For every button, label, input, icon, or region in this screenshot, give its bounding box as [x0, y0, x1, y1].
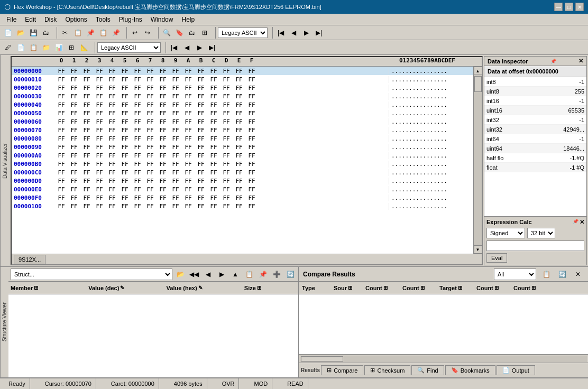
- byte-11-13[interactable]: FF: [220, 161, 233, 168]
- byte-4-6[interactable]: FF: [131, 101, 144, 108]
- byte-14-12[interactable]: FF: [207, 186, 220, 193]
- byte-1-5[interactable]: FF: [118, 76, 131, 83]
- byte-4-10[interactable]: FF: [182, 101, 195, 108]
- byte-10-12[interactable]: FF: [207, 152, 220, 159]
- byte-0-9[interactable]: FF: [169, 68, 182, 75]
- byte-5-13[interactable]: FF: [220, 110, 233, 117]
- byte-10-11[interactable]: FF: [195, 152, 207, 159]
- struct-nav2-button[interactable]: ◀: [202, 268, 214, 280]
- compare-hscroll[interactable]: [299, 354, 588, 363]
- byte-13-12[interactable]: FF: [207, 178, 220, 184]
- expr-close-icon[interactable]: ✕: [580, 219, 584, 226]
- byte-2-0[interactable]: FF: [55, 85, 68, 91]
- byte-12-8[interactable]: FF: [157, 169, 169, 176]
- byte-1-4[interactable]: FF: [106, 76, 118, 83]
- byte-8-2[interactable]: FF: [80, 135, 93, 142]
- byte-14-11[interactable]: FF: [195, 186, 207, 193]
- byte-1-10[interactable]: FF: [182, 76, 195, 83]
- bookmark2-button[interactable]: 🗂: [186, 27, 198, 39]
- byte-3-13[interactable]: FF: [220, 93, 233, 100]
- fmtnav1-button[interactable]: |◀: [168, 42, 180, 53]
- byte-13-11[interactable]: FF: [195, 178, 207, 184]
- byte-11-10[interactable]: FF: [182, 161, 195, 168]
- byte-15-7[interactable]: FF: [144, 195, 157, 201]
- byte-16-1[interactable]: FF: [68, 203, 80, 210]
- nav1-button[interactable]: |◀: [275, 27, 287, 39]
- byte-3-12[interactable]: FF: [207, 93, 220, 100]
- compare-close-button[interactable]: ✕: [572, 268, 584, 280]
- member-icon[interactable]: ⊞: [34, 285, 38, 291]
- paste3-button[interactable]: 📌: [110, 27, 122, 39]
- hscroll-thumb[interactable]: [301, 356, 343, 362]
- byte-5-7[interactable]: FF: [144, 110, 157, 117]
- paste2-button[interactable]: 📋: [97, 27, 109, 39]
- byte-15-15[interactable]: FF: [245, 195, 258, 201]
- byte-9-8[interactable]: FF: [157, 144, 169, 151]
- struct-nav3-button[interactable]: ▶: [216, 268, 227, 280]
- byte-4-1[interactable]: FF: [68, 101, 80, 108]
- byte-12-3[interactable]: FF: [93, 169, 106, 176]
- row-addr-11[interactable]: 000000B0: [12, 161, 55, 168]
- menu-edit[interactable]: Edit: [21, 15, 40, 24]
- byte-11-7[interactable]: FF: [144, 161, 157, 168]
- byte-3-15[interactable]: FF: [245, 93, 258, 100]
- fmtnav4-button[interactable]: ▶|: [206, 42, 218, 53]
- byte-9-13[interactable]: FF: [220, 144, 233, 151]
- byte-1-15[interactable]: FF: [245, 76, 258, 83]
- byte-3-10[interactable]: FF: [182, 93, 195, 100]
- row-addr-8[interactable]: 00000080: [12, 135, 55, 142]
- byte-4-3[interactable]: FF: [93, 101, 106, 108]
- byte-3-2[interactable]: FF: [80, 93, 93, 100]
- bit-select[interactable]: 8 bit 16 bit 32 bit 64 bit: [527, 228, 555, 238]
- byte-5-11[interactable]: FF: [195, 110, 207, 117]
- byte-16-2[interactable]: FF: [80, 203, 93, 210]
- byte-14-13[interactable]: FF: [220, 186, 233, 193]
- byte-15-5[interactable]: FF: [118, 195, 131, 201]
- byte-9-10[interactable]: FF: [182, 144, 195, 151]
- byte-6-2[interactable]: FF: [80, 118, 93, 125]
- scroll-up-button[interactable]: ▲: [474, 67, 482, 75]
- count4-icon[interactable]: ⊞: [531, 285, 536, 291]
- byte-12-15[interactable]: FF: [245, 169, 258, 176]
- byte-14-8[interactable]: FF: [157, 186, 169, 193]
- byte-0-13[interactable]: FF: [220, 68, 233, 75]
- byte-10-1[interactable]: FF: [68, 152, 80, 159]
- byte-0-7[interactable]: FF: [144, 68, 157, 75]
- byte-3-3[interactable]: FF: [93, 93, 106, 100]
- menu-window[interactable]: Window: [146, 15, 178, 24]
- byte-4-15[interactable]: FF: [245, 101, 258, 108]
- byte-13-2[interactable]: FF: [80, 178, 93, 184]
- byte-9-0[interactable]: FF: [55, 144, 68, 151]
- byte-10-5[interactable]: FF: [118, 152, 131, 159]
- close-button[interactable]: ✕: [575, 3, 584, 11]
- byte-0-8[interactable]: FF: [157, 68, 169, 75]
- struct-copy-button[interactable]: 📋: [243, 268, 255, 280]
- menu-help[interactable]: Help: [177, 15, 199, 24]
- byte-2-7[interactable]: FF: [144, 85, 157, 91]
- byte-10-13[interactable]: FF: [220, 152, 233, 159]
- byte-14-2[interactable]: FF: [80, 186, 93, 193]
- byte-16-0[interactable]: FF: [55, 203, 68, 210]
- byte-13-1[interactable]: FF: [68, 178, 80, 184]
- byte-9-12[interactable]: FF: [207, 144, 220, 151]
- row-addr-5[interactable]: 00000050: [12, 110, 55, 117]
- byte-7-13[interactable]: FF: [220, 127, 233, 134]
- count2-icon[interactable]: ⊞: [420, 285, 425, 291]
- byte-15-11[interactable]: FF: [195, 195, 207, 201]
- byte-10-7[interactable]: FF: [144, 152, 157, 159]
- fmt3-button[interactable]: 📋: [27, 42, 39, 53]
- scroll-track[interactable]: [474, 75, 482, 245]
- byte-2-1[interactable]: FF: [68, 85, 80, 91]
- fmt4-button[interactable]: 📁: [40, 42, 52, 53]
- byte-0-10[interactable]: FF: [182, 68, 195, 75]
- byte-1-1[interactable]: FF: [68, 76, 80, 83]
- byte-8-8[interactable]: FF: [157, 135, 169, 142]
- byte-12-0[interactable]: FF: [55, 169, 68, 176]
- byte-10-2[interactable]: FF: [80, 152, 93, 159]
- byte-4-13[interactable]: FF: [220, 101, 233, 108]
- byte-11-2[interactable]: FF: [80, 161, 93, 168]
- byte-9-4[interactable]: FF: [106, 144, 118, 151]
- target-icon[interactable]: ⊞: [458, 285, 462, 291]
- byte-2-13[interactable]: FF: [220, 85, 233, 91]
- fmt5-button[interactable]: 📊: [53, 42, 65, 53]
